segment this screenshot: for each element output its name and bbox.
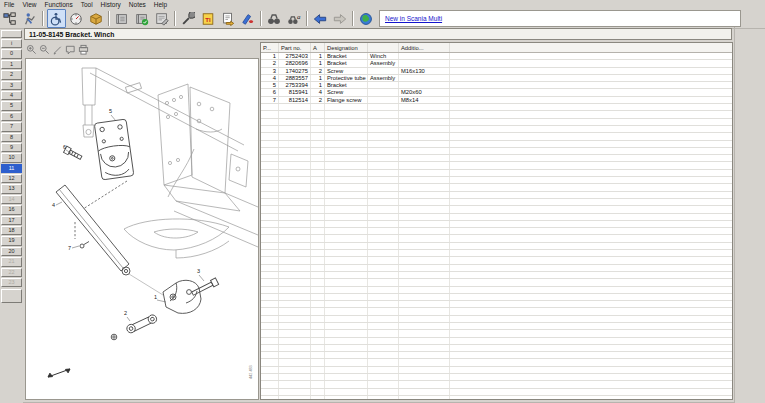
part-tube-4[interactable]	[56, 185, 130, 275]
empty-row	[261, 104, 733, 111]
notepad-button[interactable]	[153, 9, 172, 28]
empty-row	[261, 344, 733, 351]
col-header-additio-[interactable]: Additio...	[399, 43, 450, 53]
tree-button[interactable]	[1, 9, 20, 28]
sidebar-item-16[interactable]: 16	[1, 205, 22, 214]
sidebar-item-11[interactable]: 11	[1, 164, 22, 173]
sidebar-item-18[interactable]: 18	[1, 226, 22, 235]
callout-7[interactable]: 7	[68, 245, 71, 251]
marker-button[interactable]	[239, 9, 258, 28]
sidebar-item-i[interactable]: i	[1, 39, 22, 48]
find-next-button[interactable]: a	[285, 9, 304, 28]
wheelchair-icon	[49, 12, 63, 26]
part-row-6[interactable]: 68159414ScrewM20x60	[261, 89, 733, 96]
empty-row	[261, 264, 733, 271]
note-button[interactable]	[65, 44, 76, 55]
zoom-out-button[interactable]	[39, 44, 50, 55]
package-button[interactable]	[87, 9, 106, 28]
sidebar-item-0[interactable]: 0	[1, 49, 22, 58]
book-check-button[interactable]	[133, 9, 152, 28]
col-header-designation[interactable]: Designation	[325, 43, 368, 53]
empty-row	[261, 257, 733, 264]
sidebar-item-13[interactable]: 13	[1, 184, 22, 193]
sidebar-item-4[interactable]: 4	[1, 91, 22, 100]
sidebar-item-8[interactable]: 8	[1, 133, 22, 142]
part-row-4[interactable]: 428835571Protective tubeAssembly	[261, 74, 733, 81]
notepad-icon	[155, 12, 169, 26]
print-button[interactable]	[78, 44, 89, 55]
group-number-sidebar: i012345678910111213141617181920212223	[1, 30, 22, 303]
sidebar-item-9[interactable]: 9	[1, 143, 22, 152]
part-link-2[interactable]	[125, 314, 158, 334]
part-bracket-1[interactable]	[163, 280, 201, 313]
part-row-2[interactable]: 228206961BracketAssembly	[261, 60, 733, 67]
menu-notes[interactable]: Notes	[125, 0, 150, 9]
col-header-p-[interactable]: P...	[261, 43, 279, 53]
toolbar-separator	[174, 11, 176, 26]
empty-row	[261, 184, 733, 191]
part-row-5[interactable]: 527533941Bracket	[261, 82, 733, 89]
callout-6[interactable]: 6	[63, 144, 66, 150]
sidebar-item-3[interactable]: 3	[1, 81, 22, 90]
forward-button[interactable]	[331, 9, 350, 28]
part-screw-7[interactable]	[80, 242, 89, 249]
sidebar-item-1[interactable]: 1	[1, 60, 22, 69]
sidebar-item-20[interactable]: 20	[1, 247, 22, 256]
book-button[interactable]	[113, 9, 132, 28]
part-bolt-3[interactable]	[191, 278, 219, 297]
wrench-button[interactable]	[179, 9, 198, 28]
wheelchair-button[interactable]	[47, 9, 66, 28]
sidebar-item-5[interactable]: 5	[1, 101, 22, 110]
ti-document-button[interactable]: TI	[199, 9, 218, 28]
menu-tool[interactable]: Tool	[77, 0, 97, 9]
part-nut[interactable]	[111, 334, 117, 340]
sidebar-item-12[interactable]: 12	[1, 174, 22, 183]
part-bolt-6[interactable]	[64, 146, 83, 161]
zoom-in-button[interactable]	[26, 44, 37, 55]
sidebar-item-2[interactable]: 2	[1, 70, 22, 79]
empty-row	[261, 155, 733, 162]
export-icon	[221, 12, 235, 26]
col-header-blank-6[interactable]	[450, 43, 734, 53]
gauge-button[interactable]	[67, 9, 86, 28]
part-row-1[interactable]: 127524031BracketWinch	[261, 53, 733, 60]
zoom-in-icon	[26, 44, 37, 55]
callout-3[interactable]: 3	[197, 268, 200, 274]
globe-button[interactable]	[357, 9, 376, 28]
menu-help[interactable]: Help	[150, 0, 171, 9]
empty-row	[261, 315, 733, 322]
callout-2[interactable]: 2	[124, 310, 127, 316]
menu-history[interactable]: History	[97, 0, 125, 9]
whats-new-link[interactable]: New in Scania Multi	[380, 15, 442, 22]
empty-row	[261, 250, 733, 257]
sidebar-item-17[interactable]: 17	[1, 216, 22, 225]
toolbar-separator	[352, 11, 354, 26]
callout-4[interactable]: 4	[52, 202, 55, 208]
catalogue-parts	[56, 119, 219, 340]
sidebar-item-6[interactable]: 6	[1, 112, 22, 121]
binoculars-button[interactable]	[265, 9, 284, 28]
sidebar-item-7[interactable]: 7	[1, 122, 22, 131]
part-bracket-5[interactable]	[94, 119, 134, 180]
export-button[interactable]	[219, 9, 238, 28]
person-button[interactable]	[21, 9, 40, 28]
back-button[interactable]	[311, 9, 330, 28]
sidebar-item-19[interactable]: 19	[1, 236, 22, 245]
menu-view[interactable]: View	[18, 0, 40, 9]
pencil-button[interactable]	[52, 44, 63, 55]
sidebar-item-10[interactable]: 10	[1, 153, 22, 162]
empty-row	[261, 118, 733, 125]
callout-5[interactable]: 5	[109, 108, 112, 114]
part-row-3[interactable]: 317402752ScrewM16x130	[261, 67, 733, 74]
part-row-7[interactable]: 78125142Flange screwM8x14	[261, 96, 733, 103]
connector-line	[129, 274, 163, 295]
col-header-part-no-[interactable]: Part no.	[279, 43, 311, 53]
col-header-a[interactable]: A	[311, 43, 325, 53]
empty-row	[261, 162, 733, 169]
empty-row	[261, 381, 733, 388]
menu-file[interactable]: File	[0, 0, 18, 9]
callout-1[interactable]: 1	[154, 294, 157, 300]
direction-arrow-icon	[48, 369, 70, 377]
menu-functions[interactable]: Functions	[40, 0, 76, 9]
col-header-blank-4[interactable]	[368, 43, 399, 53]
